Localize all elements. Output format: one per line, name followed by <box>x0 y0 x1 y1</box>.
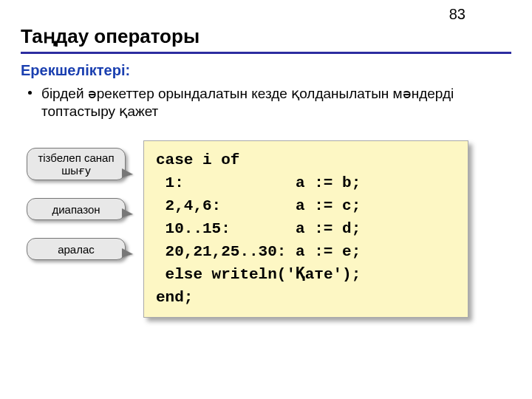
code-text: case i of 1: a := b; 2,4,6: a := c; 10..… <box>156 149 456 310</box>
subtitle: Ерекшеліктері: <box>21 62 130 79</box>
callout-tail-icon <box>123 249 133 256</box>
bullet-text: бірдей әрекеттер орындалатын кезде қолда… <box>41 86 454 119</box>
callout-label: тізбелеп санап шығу <box>30 151 122 177</box>
page-number: 83 <box>449 6 466 23</box>
callout-label: диапазон <box>52 203 100 216</box>
code-block: case i of 1: a := b; 2,4,6: a := c; 10..… <box>143 140 468 318</box>
bullet-dot-icon <box>28 91 32 95</box>
callout-range: диапазон <box>27 198 126 220</box>
callout-tail-icon <box>123 209 133 216</box>
callout-mixed: аралас <box>27 238 126 260</box>
page-title: Таңдау операторы <box>21 25 200 48</box>
bullet-item: бірдей әрекеттер орындалатын кезде қолда… <box>41 85 455 120</box>
callout-label: аралас <box>58 243 95 256</box>
callout-tail-icon <box>123 169 133 177</box>
title-divider <box>21 52 511 54</box>
callout-enumeration: тізбелеп санап шығу <box>27 148 126 180</box>
